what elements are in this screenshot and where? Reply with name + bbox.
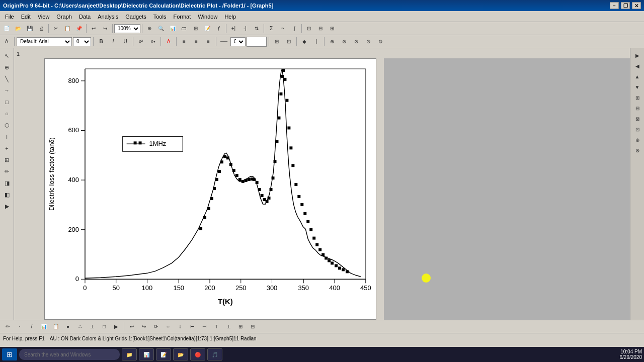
tb-print[interactable]: 🖨 — [36, 24, 47, 34]
superscript-button[interactable]: x² — [135, 37, 146, 47]
tb-matrix[interactable]: ⊞ — [190, 24, 201, 34]
bt-align-c[interactable]: ⊣ — [199, 322, 210, 332]
right-btn-8[interactable]: ⊡ — [632, 124, 643, 134]
region-tool[interactable]: ◧ — [2, 189, 13, 200]
taskbar-music[interactable]: 🎵 — [207, 348, 222, 360]
zoom-dropdown[interactable]: 100% 75% 50% 150% 200% — [114, 24, 140, 33]
more-ft3[interactable]: ⊘ — [351, 37, 362, 47]
draw-more[interactable]: ▶ — [111, 322, 122, 332]
right-btn-3[interactable]: ▲ — [632, 71, 643, 81]
close-button[interactable]: ✕ — [632, 2, 641, 9]
fontsize-dropdown[interactable]: 0 8 10 12 — [73, 37, 91, 46]
tb-save[interactable]: 💾 — [24, 24, 35, 34]
right-btn-2[interactable]: ◀ — [632, 61, 643, 71]
right-btn-4[interactable]: ▼ — [632, 82, 643, 92]
subscript-button[interactable]: x₂ — [147, 37, 158, 47]
align-right[interactable]: ≡ — [203, 37, 214, 47]
start-button[interactable]: ⊞ — [2, 348, 17, 360]
taskbar-folder[interactable]: 📂 — [173, 348, 188, 360]
right-btn-6[interactable]: ⊟ — [632, 103, 643, 113]
marker-on[interactable]: | — [311, 37, 322, 47]
tb-open[interactable]: 📂 — [13, 24, 24, 34]
frame[interactable]: ⊡ — [283, 37, 294, 47]
align-left[interactable]: ≡ — [179, 37, 190, 47]
menu-graph[interactable]: Graph — [53, 13, 75, 21]
draw-rect[interactable]: □ — [2, 97, 13, 108]
menu-gadgets[interactable]: Gadgets — [122, 13, 149, 21]
draw-bar[interactable]: 📊 — [38, 322, 49, 332]
draw-line[interactable]: ╲ — [2, 73, 13, 84]
bt-align-t[interactable]: ⊥ — [223, 322, 234, 332]
select-tool[interactable]: ↖ — [2, 50, 13, 61]
data-reader[interactable]: + — [2, 143, 13, 154]
draw-pen[interactable]: ✏ — [2, 322, 13, 332]
menu-edit[interactable]: Edit — [18, 13, 34, 21]
bt-ungroup[interactable]: ⊟ — [247, 322, 258, 332]
restore-button[interactable]: ❐ — [621, 2, 630, 9]
more-left[interactable]: ▶ — [2, 201, 13, 212]
taskbar-file-explorer[interactable]: 📁 — [122, 348, 137, 360]
taskbar-origin[interactable]: 📊 — [139, 348, 154, 360]
taskbar-word[interactable]: 📝 — [156, 348, 171, 360]
tb-add-col[interactable]: +| — [228, 24, 239, 34]
tb-copy[interactable]: 📋 — [62, 24, 73, 34]
draw-poly[interactable]: ⬡ — [2, 120, 13, 131]
menu-file[interactable]: File — [2, 13, 17, 21]
tb-func[interactable]: ƒ — [213, 24, 224, 34]
tb-table[interactable]: 🗃 — [179, 24, 190, 34]
grid-lines[interactable]: ⊞ — [271, 37, 282, 47]
marker-style[interactable]: ◆ — [299, 37, 310, 47]
bt-align-r[interactable]: ⊤ — [211, 322, 222, 332]
tb-new[interactable]: 📄 — [1, 24, 12, 34]
font-dropdown[interactable]: Default: Arial — [17, 37, 72, 46]
taskbar-red-app[interactable]: 🔴 — [190, 348, 205, 360]
draw-circle[interactable]: ○ — [2, 108, 13, 119]
tb-fft[interactable]: ∫ — [289, 24, 300, 34]
menu-view[interactable]: View — [35, 13, 53, 21]
menu-window[interactable]: Window — [195, 13, 220, 21]
menu-help[interactable]: Help — [221, 13, 239, 21]
more-ft1[interactable]: ⊕ — [327, 37, 338, 47]
right-btn-5[interactable]: ⊞ — [632, 93, 643, 103]
draw-scatter[interactable]: ∴ — [74, 322, 86, 332]
menu-tools[interactable]: Tools — [150, 13, 170, 21]
underline-button[interactable]: U — [120, 37, 131, 47]
draw-pie[interactable]: ● — [62, 322, 73, 332]
right-btn-10[interactable]: ⊗ — [632, 145, 643, 155]
bt-flip-v[interactable]: ↕ — [175, 322, 186, 332]
draw-error[interactable]: ⊥ — [87, 322, 98, 332]
right-btn-1[interactable]: ▶ — [632, 50, 643, 60]
bt-flip-h[interactable]: ↔ — [163, 322, 174, 332]
tb-del-col[interactable]: -| — [239, 24, 251, 34]
tb-redo[interactable]: ↪ — [100, 24, 111, 34]
more-ft2[interactable]: ⊗ — [339, 37, 350, 47]
tb-more1[interactable]: ⊡ — [303, 24, 314, 34]
more-ft4[interactable]: ⊙ — [363, 37, 374, 47]
screen-reader[interactable]: ⊞ — [2, 154, 13, 165]
draw-box[interactable]: □ — [99, 322, 110, 332]
annotate[interactable]: ✏ — [2, 166, 13, 177]
tb-more2[interactable]: ⊟ — [315, 24, 326, 34]
tb-pan[interactable]: ⊕ — [144, 24, 155, 34]
menu-data[interactable]: Data — [76, 13, 94, 21]
bt-rot[interactable]: ⟳ — [150, 322, 162, 332]
tb-more3[interactable]: ⊞ — [327, 24, 338, 34]
tb-fit[interactable]: ~ — [277, 24, 288, 34]
line-width[interactable]: 0 — [230, 37, 246, 46]
right-btn-9[interactable]: ⊕ — [632, 135, 643, 145]
align-center[interactable]: ≡ — [191, 37, 202, 47]
bt-align-l[interactable]: ⊢ — [187, 322, 198, 332]
ft-style[interactable]: A — [1, 37, 12, 47]
italic-button[interactable]: I — [108, 37, 119, 47]
minimize-button[interactable]: − — [610, 2, 619, 9]
zoom-tool[interactable]: ⊕ — [2, 62, 13, 73]
menu-analysis[interactable]: Analysis — [95, 13, 121, 21]
draw-dot[interactable]: · — [14, 322, 25, 332]
tb-graph[interactable]: 📊 — [167, 24, 178, 34]
bt-group[interactable]: ⊞ — [235, 322, 246, 332]
line-style[interactable]: ── — [218, 37, 229, 47]
search-input[interactable] — [19, 349, 120, 360]
draw-line2[interactable]: / — [26, 322, 37, 332]
bt-redo[interactable]: ↪ — [138, 322, 149, 332]
tb-paste[interactable]: 📌 — [73, 24, 85, 34]
